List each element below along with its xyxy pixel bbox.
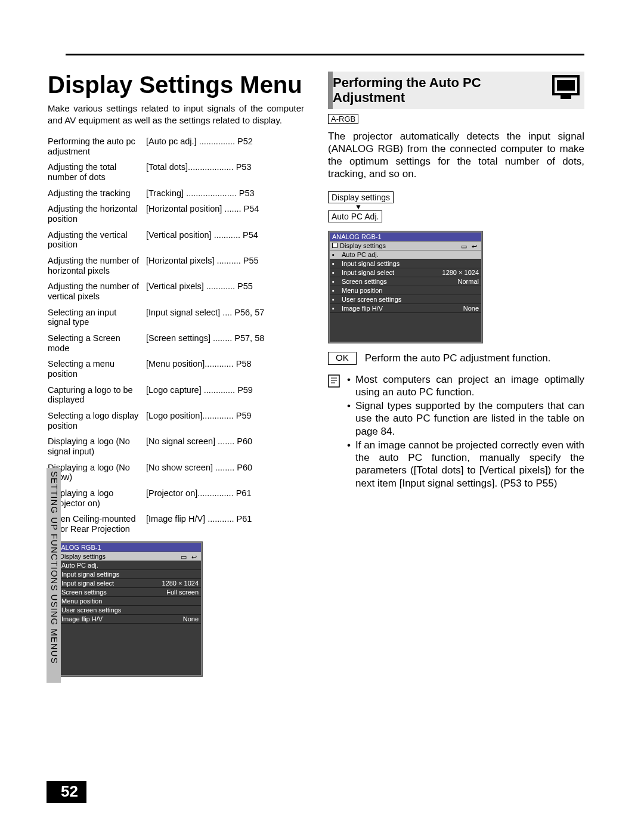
toc-ref: [No show screen] ........ P60 [146, 463, 304, 482]
svg-rect-2 [561, 95, 571, 99]
breadcrumb-step1: Display settings [328, 191, 394, 203]
toc-row: Displaying a logo (Projector on)[Project… [48, 488, 304, 508]
toc-ref: [Auto pc adj.] ............... P52 [146, 137, 304, 156]
row-label: Menu position [61, 597, 199, 605]
toc-row: Adjusting the horizontal position[Horizo… [48, 204, 304, 224]
row-value: 1280 × 1024 [442, 269, 479, 276]
toc-ref: [Vertical pixels] ............ P55 [146, 281, 304, 301]
page-title: Display Settings Menu [48, 72, 304, 98]
row-label: Input signal select [342, 269, 442, 276]
intro-text: Make various settings related to input s… [48, 103, 304, 126]
page-number: 52 [47, 781, 86, 803]
row-icon: ▪ [332, 305, 339, 312]
toc-ref: [Projector on]............... P61 [146, 488, 304, 508]
row-label: Image flip H/V [342, 305, 463, 312]
menu-row: ▪Screen settingsFull screen [49, 588, 201, 597]
side-label: SETTING UP FUNCTIONS USING MENUS [49, 471, 60, 664]
row-label: User screen settings [342, 296, 479, 303]
toc-desc: Adjusting the number of horizontal pixel… [48, 256, 146, 275]
toc-desc: Capturing a logo to be displayed [48, 385, 146, 405]
toc-ref: [Logo position]............. P59 [146, 411, 304, 431]
menu-row: ▪Image flip H/VNone [49, 615, 201, 624]
square-icon [332, 243, 338, 248]
menushot2-header: Display settings ▭ ↩ [330, 241, 481, 250]
toc-ref: [Horizontal position] ....... P54 [146, 204, 304, 224]
row-icon: ▪ [332, 269, 339, 276]
projector-icon: ▭ [181, 553, 188, 559]
row-label: Input signal select [61, 580, 162, 587]
menu-row: ▪Image flip H/VNone [330, 304, 481, 313]
menu-row: ▪Auto PC adj. [330, 250, 481, 259]
row-icon: ▪ [332, 287, 339, 294]
menu-row: ▪Input signal settings [49, 570, 201, 579]
toc-ref: [No signal screen] ....... P60 [146, 436, 304, 456]
toc-ref: [Input signal select] .... P56, 57 [146, 308, 304, 327]
menu-row: ▪User screen settings [49, 606, 201, 615]
section-heading: Performing the Auto PC Adjustment [333, 75, 546, 106]
toc-ref: [Total dots]................... P53 [146, 162, 304, 182]
toc-ref: [Screen settings] ........ P57, 58 [146, 333, 304, 353]
toc-desc: Selecting a Screen mode [48, 333, 146, 353]
row-label: Auto PC adj. [61, 562, 199, 569]
menu-screenshot-left: ANALOG RGB-1 Display settings ▭ ↩ ▪Auto … [48, 541, 203, 677]
toc-row: Selecting an input signal type[Input sig… [48, 308, 304, 327]
top-rule [66, 54, 584, 55]
toc-desc: Displaying a logo (No Show) [48, 463, 146, 482]
toc-row: Selecting a Screen mode[Screen settings]… [48, 333, 304, 353]
toc-desc: When Ceiling-mounted or for Rear Project… [48, 514, 146, 534]
section-heading-box: Performing the Auto PC Adjustment [328, 72, 584, 109]
menu-screenshot-right: ANALOG RGB-1 Display settings ▭ ↩ ▪Auto … [328, 231, 483, 343]
ok-button[interactable]: OK [328, 352, 357, 365]
row-label: Input signal settings [342, 260, 479, 267]
row-label: User screen settings [61, 606, 199, 614]
monitor-icon [552, 75, 580, 100]
toc-row: Adjusting the number of horizontal pixel… [48, 256, 304, 275]
menushot2-header-label: Display settings [340, 242, 386, 249]
menushot-header: Display settings ▭ ↩ [49, 552, 201, 561]
svg-rect-3 [329, 375, 339, 387]
toc-desc: Displaying a logo (No signal input) [48, 436, 146, 456]
toc-row: Adjusting the total number of dots[Total… [48, 162, 304, 182]
menushot2-title: ANALOG RGB-1 [330, 233, 481, 241]
menu-row: ▪Input signal select1280 × 1024 [330, 268, 481, 277]
toc-row: Displaying a logo (No Show)[No show scre… [48, 463, 304, 482]
breadcrumb: Display settings ▼ Auto PC Adj. [328, 191, 584, 222]
toc-row: Performing the auto pc adjustment[Auto p… [48, 137, 304, 156]
toc-ref: [Vertical position] ........... P54 [146, 230, 304, 250]
toc-ref: [Horizontal pixels] .......... P55 [146, 256, 304, 275]
toc-row: When Ceiling-mounted or for Rear Project… [48, 514, 304, 534]
row-icon: ▪ [332, 251, 339, 258]
menushot-title: ANALOG RGB-1 [49, 543, 201, 552]
row-label: Menu position [342, 287, 479, 294]
return-icon: ↩ [472, 243, 479, 249]
toc-list: Performing the auto pc adjustment[Auto p… [48, 137, 304, 534]
toc-desc: Adjusting the horizontal position [48, 204, 146, 224]
toc-row: Adjusting the vertical position[Vertical… [48, 230, 304, 250]
row-value: None [183, 615, 199, 623]
toc-row: Displaying a logo (No signal input)[No s… [48, 436, 304, 456]
menu-row: ▪Menu position [49, 597, 201, 606]
menu-row: ▪Screen settingsNormal [330, 277, 481, 286]
return-icon: ↩ [191, 553, 199, 559]
row-value: None [463, 305, 479, 312]
projector-icon: ▭ [461, 243, 468, 249]
menu-row: ▪Menu position [330, 286, 481, 295]
toc-ref: [Image flip H/V] ........... P61 [146, 514, 304, 534]
row-icon: ▪ [332, 278, 339, 285]
note-list: Most computers can project an image opti… [347, 373, 584, 491]
toc-row: Capturing a logo to be displayed[Logo ca… [48, 385, 304, 405]
signal-badge: A-RGB [328, 114, 358, 124]
toc-desc: Selecting a menu position [48, 359, 146, 379]
toc-desc: Displaying a logo (Projector on) [48, 488, 146, 508]
ok-description: Perform the auto PC adjustment function. [365, 352, 551, 365]
toc-desc: Selecting an input signal type [48, 308, 146, 327]
toc-desc: Adjusting the number of vertical pixels [48, 281, 146, 301]
note-item: Most computers can project an image opti… [347, 373, 584, 399]
row-value: Normal [458, 278, 479, 285]
menushot-header-label: Display settings [60, 553, 106, 560]
toc-ref: [Tracking] ..................... P53 [146, 188, 304, 199]
ok-label: OK [336, 352, 349, 364]
toc-ref: [Logo capture] ............. P59 [146, 385, 304, 405]
row-label: Screen settings [342, 278, 458, 285]
toc-ref: [Menu position]............ P58 [146, 359, 304, 379]
